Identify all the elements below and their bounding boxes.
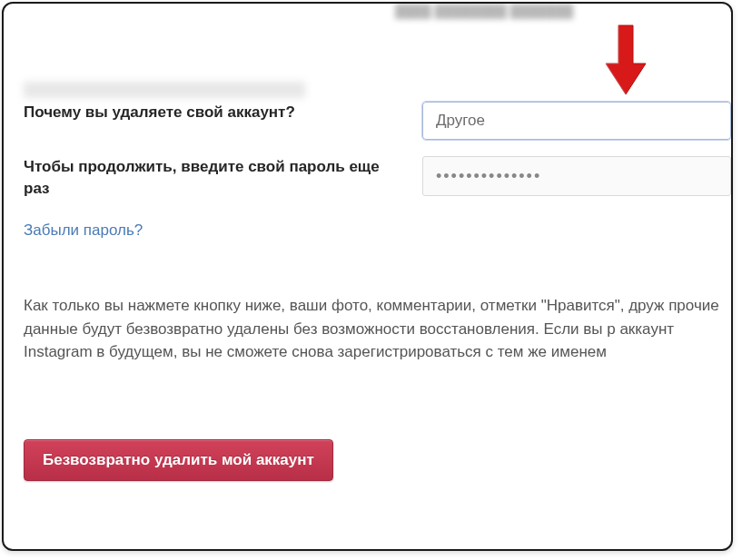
password-value: •••••••••••••• [436, 167, 541, 186]
delete-account-button[interactable]: Безвозвратно удалить мой аккаунт [24, 439, 333, 481]
forgot-password-link[interactable]: Забыли пароль? [24, 221, 143, 240]
password-label: Чтобы продолжить, введите свой пароль ещ… [24, 156, 422, 200]
delete-form: Почему вы удаляете свой аккаунт? Другое … [24, 102, 731, 240]
reason-row: Почему вы удаляете свой аккаунт? Другое [24, 102, 731, 140]
obscured-bar [24, 82, 305, 98]
password-row: Чтобы продолжить, введите свой пароль ещ… [24, 156, 731, 200]
warning-text: Как только вы нажмете кнопку ниже, ваши … [24, 294, 731, 364]
reason-label: Почему вы удаляете свой аккаунт? [24, 102, 422, 123]
arrow-down-icon [599, 22, 653, 99]
obscured-header-text: ████ ████████ ███████ [395, 4, 731, 20]
delete-account-panel: ████ ████████ ███████ Почему вы удаляете… [2, 2, 733, 551]
reason-select[interactable]: Другое [422, 102, 731, 140]
reason-select-value: Другое [436, 112, 485, 130]
password-input[interactable]: •••••••••••••• [422, 156, 731, 196]
